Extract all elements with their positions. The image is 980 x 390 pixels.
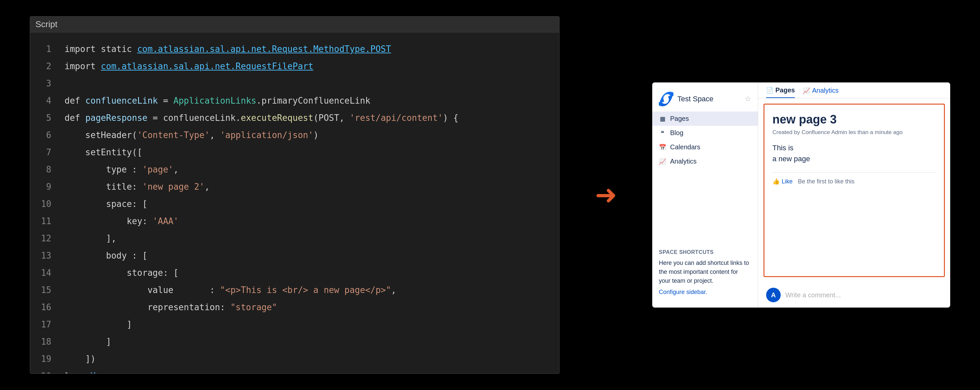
sidebar-item-blog[interactable]: ❝ Blog [652, 126, 758, 140]
confluence-logo-icon [659, 92, 673, 106]
like-button[interactable]: 👍 Like [772, 178, 792, 185]
shortcuts-section: SPACE SHORTCUTS Here you can add shortcu… [652, 244, 758, 301]
like-label: Like [782, 178, 792, 185]
line-numbers: 1234567891011121314151617181920212223 [30, 32, 57, 373]
sidebar-item-pages[interactable]: ▦ Pages [652, 111, 758, 126]
blog-icon: ❝ [659, 129, 666, 137]
sidebar-item-pages-label: Pages [670, 115, 689, 123]
sidebar-item-blog-label: Blog [670, 129, 683, 137]
tab-pages-icon: 📄 [766, 87, 773, 94]
code-panel-header: Script [30, 17, 559, 32]
sidebar-nav: ▦ Pages ❝ Blog 📅 Calendars 📈 Analytics [652, 111, 758, 244]
like-icon: 👍 [772, 178, 780, 185]
page-actions: 👍 Like Be the first to like this [772, 172, 936, 185]
page-meta: Created by Confluence Admin les than a m… [772, 129, 936, 136]
code-lines: import static com.atlassian.sal.api.net.… [57, 32, 559, 373]
page-body-line2: a new page [772, 153, 936, 164]
space-name: Test Space [678, 95, 741, 103]
sidebar-item-analytics[interactable]: 📈 Analytics [652, 154, 758, 169]
main-container: Script 123456789101112131415161718192021… [0, 0, 980, 390]
confluence-panel: Test Space ☆ ▦ Pages ❝ Blog 📅 Calendars [652, 83, 950, 307]
comment-placeholder[interactable]: Write a comment... [785, 291, 841, 299]
page-meta-text: Created by Confluence Admin les than a m… [772, 129, 902, 135]
tab-analytics[interactable]: 📈 Analytics [803, 87, 838, 98]
sidebar-item-analytics-label: Analytics [670, 158, 697, 165]
sidebar: Test Space ☆ ▦ Pages ❝ Blog 📅 Calendars [652, 83, 758, 307]
shortcuts-text: Here you can add shortcut links to the m… [659, 259, 751, 285]
shortcuts-title: SPACE SHORTCUTS [659, 249, 751, 255]
configure-sidebar-link[interactable]: Configure sidebar. [659, 289, 707, 295]
flow-arrow: ➜ [595, 182, 617, 208]
code-panel: Script 123456789101112131415161718192021… [30, 16, 560, 374]
like-prompt: Be the first to like this [798, 178, 854, 185]
tab-pages-label: Pages [775, 86, 795, 94]
tab-analytics-icon: 📈 [803, 87, 810, 94]
page-body-line1: This is [772, 142, 936, 153]
confluence-layout: Test Space ☆ ▦ Pages ❝ Blog 📅 Calendars [652, 83, 950, 307]
star-icon[interactable]: ☆ [745, 95, 751, 103]
page-body: This is a new page [772, 142, 936, 164]
sidebar-item-calendars[interactable]: 📅 Calendars [652, 140, 758, 154]
avatar: A [766, 288, 781, 302]
code-panel-title: Script [35, 19, 57, 29]
tab-analytics-label: Analytics [812, 87, 838, 94]
comment-area: A Write a comment... [758, 282, 950, 307]
pages-icon: ▦ [659, 115, 666, 123]
calendars-icon: 📅 [659, 144, 666, 151]
tab-pages[interactable]: 📄 Pages [766, 86, 795, 98]
sidebar-item-calendars-label: Calendars [670, 143, 700, 151]
page-title: new page 3 [772, 113, 936, 126]
avatar-initial: A [771, 291, 776, 299]
content-area: 📄 Pages 📈 Analytics new page 3 Created b… [758, 83, 950, 307]
content-tabs: 📄 Pages 📈 Analytics [758, 83, 950, 98]
analytics-icon: 📈 [659, 158, 666, 165]
page-content-box: new page 3 Created by Confluence Admin l… [764, 103, 945, 277]
arrow-container: ➜ [579, 182, 632, 208]
sidebar-header: Test Space ☆ [652, 89, 758, 111]
code-content: 1234567891011121314151617181920212223 im… [30, 32, 559, 373]
